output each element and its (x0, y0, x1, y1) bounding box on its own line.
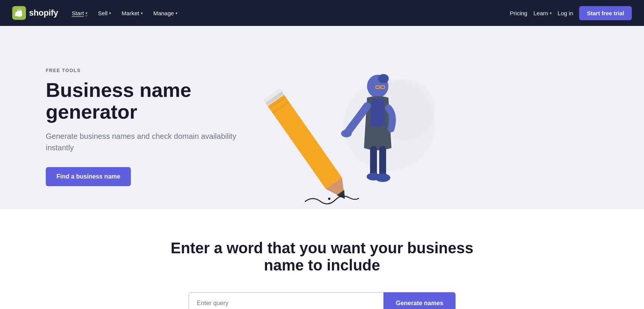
generator-section: Enter a word that you want your business… (0, 209, 644, 309)
find-business-name-button[interactable]: Find a business name (46, 167, 131, 186)
svg-point-15 (341, 130, 352, 137)
svg-point-19 (375, 174, 390, 182)
chevron-down-icon: ▾ (141, 11, 143, 15)
hero-content: FREE TOOLS Business name generator Gener… (46, 68, 256, 209)
logo-text: shopify (29, 8, 58, 18)
svg-rect-3 (264, 90, 342, 189)
chevron-down-icon: ▾ (175, 11, 177, 15)
nav-link-pricing[interactable]: Pricing (510, 10, 527, 16)
generate-names-button[interactable]: Generate names (383, 292, 456, 309)
navigation: shopify Start ▾ Sell ▾ Market ▾ Manage ▾… (0, 0, 644, 26)
hero-title: Business name generator (46, 79, 256, 123)
shopify-logo-icon (12, 6, 26, 20)
query-input[interactable] (188, 292, 383, 309)
nav-secondary-links: Pricing Learn ▾ Log in Start free trial (510, 6, 632, 20)
hero-section: FREE TOOLS Business name generator Gener… (0, 26, 644, 209)
logo-link[interactable]: shopify (12, 6, 58, 20)
hero-subtitle: Generate business names and check domain… (46, 130, 256, 153)
chevron-down-icon: ▾ (85, 11, 87, 15)
svg-rect-16 (370, 146, 377, 177)
chevron-down-icon: ▾ (109, 11, 111, 15)
generator-form: Generate names (188, 292, 456, 309)
nav-link-start[interactable]: Start ▾ (67, 7, 92, 19)
hero-illustration (256, 49, 446, 209)
nav-link-login[interactable]: Log in (558, 10, 573, 16)
start-free-trial-button[interactable]: Start free trial (579, 6, 632, 20)
nav-link-market[interactable]: Market ▾ (117, 7, 147, 19)
svg-rect-17 (379, 146, 386, 177)
nav-link-manage[interactable]: Manage ▾ (149, 7, 182, 19)
svg-point-20 (328, 198, 330, 200)
illustration-icon (259, 49, 443, 209)
generator-title: Enter a word that you want your business… (150, 240, 494, 274)
hero-label: FREE TOOLS (46, 68, 256, 73)
chevron-down-icon: ▾ (550, 11, 552, 15)
nav-primary-links: Start ▾ Sell ▾ Market ▾ Manage ▾ (67, 7, 507, 19)
nav-link-learn[interactable]: Learn ▾ (533, 10, 551, 16)
nav-link-sell[interactable]: Sell ▾ (93, 7, 116, 19)
svg-point-11 (378, 74, 389, 83)
